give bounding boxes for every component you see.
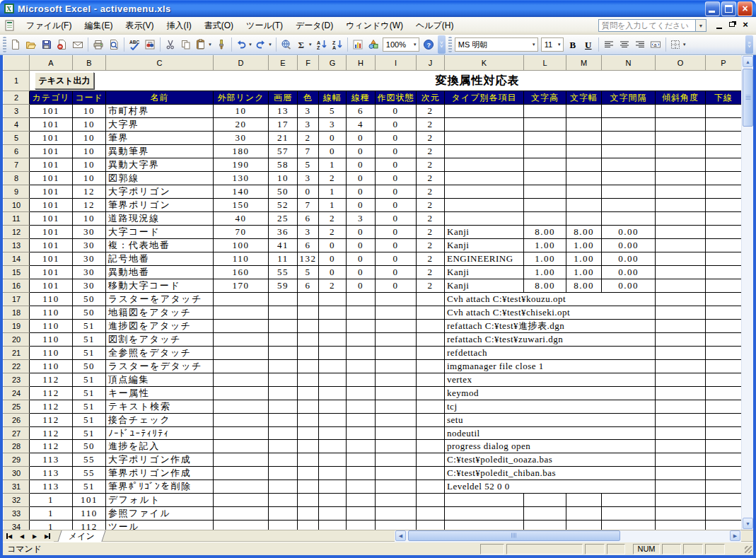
zoom-combo[interactable]: 100%▼ [383,37,419,52]
cell[interactable] [566,494,602,507]
cell[interactable] [269,414,298,427]
row-header[interactable]: 20 [4,333,30,347]
cell[interactable] [524,158,566,172]
cell[interactable] [656,373,706,387]
cell[interactable]: 1 [30,521,73,530]
cell[interactable]: C:¥test¥poledit_ooaza.bas [445,453,656,467]
cell[interactable] [566,199,602,212]
cell[interactable] [656,521,706,530]
cell[interactable] [656,145,706,158]
cell[interactable] [566,145,602,158]
align-left-button[interactable] [601,37,617,52]
cell[interactable]: デフォルト [106,494,214,507]
cell[interactable] [298,453,319,467]
cell[interactable] [214,306,269,320]
cell[interactable]: 50 [269,185,298,199]
cell[interactable]: 101 [73,494,106,507]
cell[interactable]: 10 [73,118,106,132]
cell[interactable]: 1 [319,185,347,199]
cell[interactable] [298,467,319,480]
cell[interactable]: 51 [73,373,106,387]
cell[interactable] [319,333,347,347]
cell[interactable] [656,185,706,199]
table-header-cell[interactable]: 次元 [417,91,445,105]
cell[interactable]: 51 [73,347,106,360]
cell[interactable]: 110 [30,293,73,306]
cell[interactable]: 0 [319,239,347,252]
cell[interactable]: 記号地番 [106,252,214,266]
cell[interactable] [298,293,319,306]
mail-button[interactable] [70,37,86,52]
cell[interactable] [347,467,376,480]
cell[interactable] [214,387,269,400]
cell[interactable]: 6 [298,212,319,226]
cell[interactable]: 55 [269,266,298,279]
cell[interactable] [417,360,445,373]
cell[interactable]: 8.00 [524,279,566,293]
scroll-left-icon[interactable]: ◀ [395,530,406,541]
cell[interactable] [347,387,376,400]
cell[interactable] [602,105,656,118]
cell[interactable] [298,320,319,333]
cell[interactable] [347,427,376,440]
cell[interactable]: 132 [298,252,319,266]
cell[interactable]: 180 [214,145,269,158]
cell[interactable]: 10 [269,172,298,185]
cell[interactable] [376,494,417,507]
menu-item[interactable]: 書式(O) [198,18,240,33]
menu-item[interactable]: データ(D) [289,18,339,33]
cell[interactable] [347,293,376,306]
cell[interactable]: 101 [30,172,73,185]
format-painter-button[interactable] [214,37,229,52]
cell[interactable]: 0 [347,226,376,239]
cell[interactable] [656,266,706,279]
row-header[interactable]: 29 [4,453,30,467]
row-header[interactable]: 33 [4,507,30,521]
cell[interactable] [298,414,319,427]
cell[interactable] [298,440,319,453]
text-output-button[interactable]: テキスト出力 [35,72,94,89]
cell[interactable]: 3 [298,226,319,239]
cell[interactable]: C:¥test¥poledit_chiban.bas [445,467,656,480]
cell[interactable]: 3 [347,212,376,226]
menu-item[interactable]: ツール(T) [240,18,289,33]
resize-grip[interactable] [745,546,752,553]
cell[interactable] [602,172,656,185]
cell[interactable] [347,347,376,360]
row-header[interactable]: 27 [4,427,30,440]
cell[interactable]: Kanji [445,279,524,293]
cell[interactable] [347,453,376,467]
cell[interactable] [376,507,417,521]
cell[interactable]: 進捗を記入 [106,440,214,453]
cell[interactable] [376,347,417,360]
cell[interactable]: 0 [319,266,347,279]
cell[interactable]: テキスト出力変換属性対応表 [30,71,742,91]
align-right-button[interactable] [632,37,648,52]
cell[interactable]: imgmanager file close 1 [445,360,656,373]
cell[interactable]: refattach C:¥test¥進捗表.dgn [445,320,656,333]
cell[interactable]: 11 [269,252,298,266]
cell[interactable]: 51 [73,333,106,347]
row-header[interactable]: 6 [4,145,30,158]
copy-button[interactable] [178,37,194,52]
cell[interactable] [524,118,566,132]
cell[interactable]: 1.00 [524,252,566,266]
cell[interactable] [214,400,269,414]
chart-wizard-button[interactable] [350,37,366,52]
row-header[interactable]: 23 [4,373,30,387]
cell[interactable] [602,199,656,212]
cell[interactable] [214,494,269,507]
cell[interactable] [319,414,347,427]
cell[interactable] [524,521,566,530]
cell[interactable]: 21 [269,132,298,145]
cell[interactable] [417,347,445,360]
cell[interactable]: 0 [376,239,417,252]
cell[interactable] [269,494,298,507]
cell[interactable] [319,373,347,387]
cell[interactable] [214,521,269,530]
cell[interactable]: 5 [298,266,319,279]
cell[interactable] [347,494,376,507]
cell[interactable]: 50 [73,306,106,320]
cell[interactable]: 10 [73,212,106,226]
cell[interactable] [656,347,706,360]
